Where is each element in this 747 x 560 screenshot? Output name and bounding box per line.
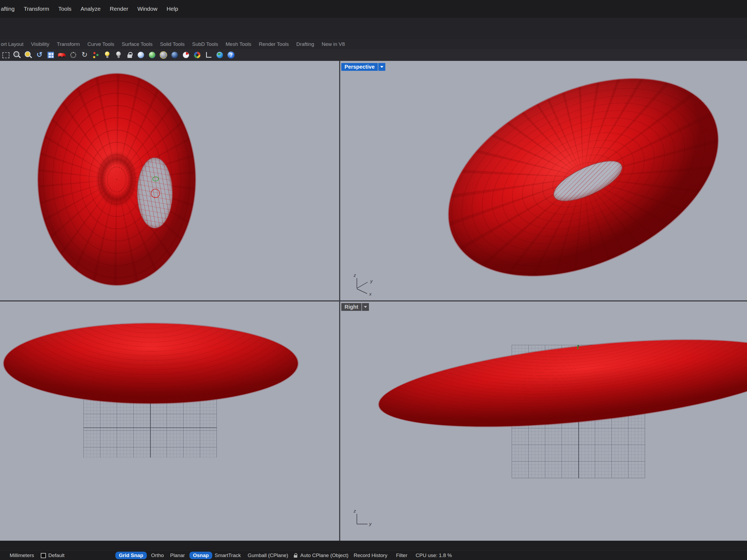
current-layer[interactable]: Default — [48, 553, 65, 558]
torus-mesh-front-view[interactable] — [4, 323, 298, 403]
lamp-off-icon[interactable] — [113, 50, 124, 60]
shaded-display-icon[interactable] — [135, 50, 146, 60]
viewport-top[interactable] — [0, 61, 339, 300]
point-dots-icon[interactable] — [91, 50, 101, 60]
planar-toggle[interactable]: Planar — [170, 553, 185, 558]
chevron-down-icon[interactable] — [378, 63, 385, 71]
tab-visibility[interactable]: Visibility — [27, 41, 53, 47]
tab-mesh-tools[interactable]: Mesh Tools — [222, 41, 255, 47]
undo-view-icon[interactable] — [34, 50, 45, 60]
toolbar-icons — [0, 49, 747, 61]
ortho-toggle[interactable]: Ortho — [151, 553, 164, 558]
selection-filter-icon[interactable] — [0, 50, 11, 60]
viewport-layout-icon[interactable] — [45, 50, 56, 60]
ghosted-display-icon[interactable] — [158, 50, 169, 60]
gumball-toggle[interactable]: Gumball (CPlane) — [248, 553, 288, 558]
tab-viewport-layout[interactable]: ort Layout — [0, 41, 27, 47]
command-line-area[interactable] — [0, 18, 747, 39]
units-indicator[interactable]: Millimeters — [10, 553, 34, 558]
green-curve-detail — [152, 177, 159, 181]
earth-icon[interactable] — [214, 50, 225, 60]
smarttrack-toggle[interactable]: SmartTrack — [215, 553, 241, 558]
technical-display-icon[interactable] — [181, 50, 191, 60]
red-curve-detail — [151, 189, 160, 198]
tab-solid-tools[interactable]: Solid Tools — [156, 41, 188, 47]
menu-tools[interactable]: Tools — [54, 6, 76, 12]
status-bar: Millimeters Default Grid Snap Ortho Plan… — [0, 550, 747, 560]
menu-transform[interactable]: Transform — [19, 6, 54, 12]
viewport-title-label[interactable]: Right — [341, 303, 361, 311]
viewport-title-perspective[interactable]: Perspective — [341, 63, 385, 71]
axis-x-label: x — [369, 292, 371, 297]
torus-hole-top-view — [137, 157, 173, 229]
render-car-icon[interactable] — [57, 50, 67, 60]
tab-transform[interactable]: Transform — [53, 41, 84, 47]
layer-color-swatch[interactable] — [41, 553, 46, 558]
orbit-view-icon[interactable] — [79, 50, 90, 60]
zoom-extents-icon[interactable] — [11, 50, 22, 60]
tab-new-in-v8[interactable]: New in V8 — [318, 41, 349, 47]
axis-z-label: z — [354, 508, 356, 514]
viewport-front[interactable] — [0, 301, 339, 541]
osnap-toggle[interactable]: Osnap — [189, 552, 212, 559]
viewport-area: Perspective z y x Right z y — [0, 61, 747, 541]
viewport-title-label[interactable]: Perspective — [341, 63, 378, 71]
axis-y-label: y — [369, 522, 371, 527]
menu-window[interactable]: Window — [133, 6, 162, 12]
zoom-selected-icon[interactable] — [23, 50, 33, 60]
tab-surface-tools[interactable]: Surface Tools — [118, 41, 156, 47]
tab-render-tools[interactable]: Render Tools — [255, 41, 293, 47]
z-axis-tick — [577, 345, 578, 349]
xray-display-icon[interactable] — [169, 50, 180, 60]
toolbar-tab-strip: ort Layout Visibility Transform Curve To… — [0, 39, 747, 49]
lock-icon — [293, 553, 299, 558]
torus-mesh-top-view[interactable] — [38, 74, 195, 285]
axis-y-label: y — [370, 279, 373, 284]
tab-subd-tools[interactable]: SubD Tools — [188, 41, 222, 47]
lamp-on-icon[interactable] — [102, 50, 112, 60]
rendered-display-icon[interactable] — [147, 50, 157, 60]
viewport-title-right[interactable]: Right — [341, 303, 369, 311]
grid-snap-toggle[interactable]: Grid Snap — [115, 552, 147, 559]
menu-analyze[interactable]: Analyze — [76, 6, 105, 12]
record-history-toggle[interactable]: Record History — [354, 553, 387, 558]
lock-icon[interactable] — [124, 50, 135, 60]
auto-cplane-toggle[interactable]: Auto CPlane (Object) — [300, 553, 349, 558]
tab-drafting[interactable]: Drafting — [292, 41, 318, 47]
menu-render[interactable]: Render — [105, 6, 133, 12]
viewport-right[interactable]: Right z y — [340, 301, 747, 541]
construction-grid — [83, 397, 217, 457]
viewport-perspective[interactable]: Perspective z y x — [340, 61, 747, 300]
chevron-down-icon[interactable] — [362, 303, 369, 311]
help-icon[interactable] — [226, 50, 236, 60]
osnap-ring-icon[interactable] — [68, 50, 79, 60]
menu-help[interactable]: Help — [162, 6, 183, 12]
menu-drafting[interactable]: afting — [0, 6, 19, 12]
filter-toggle[interactable]: Filter — [396, 553, 407, 558]
axis-z-label: z — [354, 273, 356, 278]
cpu-use-indicator: CPU use: 1.8 % — [416, 553, 452, 558]
tab-curve-tools[interactable]: Curve Tools — [84, 41, 118, 47]
cplane-axes-icon[interactable] — [203, 50, 214, 60]
menu-bar: afting Transform Tools Analyze Render Wi… — [0, 0, 747, 18]
options-gear-icon[interactable] — [192, 50, 203, 60]
